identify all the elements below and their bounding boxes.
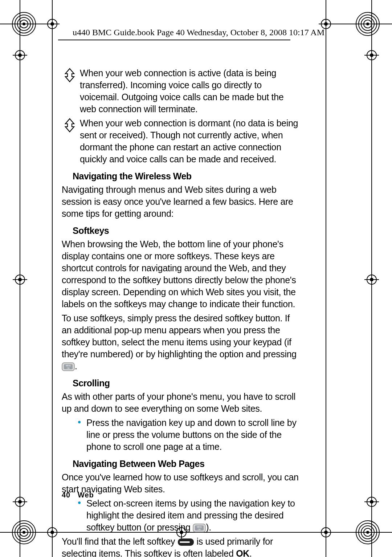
menu-ok-key-icon: MENUOK xyxy=(62,362,75,371)
para-navpages: Once you've learned how to use softkeys … xyxy=(62,471,301,495)
para-left-softkey-ok: OK xyxy=(236,548,249,557)
svg-point-35 xyxy=(370,53,373,57)
crop-line xyxy=(371,508,372,557)
menu-ok-key-icon: MENUOK xyxy=(193,523,206,532)
crop-line xyxy=(20,508,20,557)
para-softkeys-2b: . xyxy=(75,361,77,371)
bullet-navpages-1: • Select on-screen items by using the na… xyxy=(62,497,301,533)
bullet-dot-icon: • xyxy=(78,498,85,507)
crop-line xyxy=(20,285,20,496)
crop-line xyxy=(52,0,53,18)
svg-point-47 xyxy=(18,500,22,504)
crop-line xyxy=(331,24,392,24)
header-rule xyxy=(58,40,290,40)
svg-rect-73 xyxy=(180,541,190,543)
crop-target-icon xyxy=(13,272,27,287)
crop-line xyxy=(52,30,53,526)
svg-point-31 xyxy=(18,53,22,57)
svg-point-63 xyxy=(324,530,328,534)
svg-point-51 xyxy=(370,500,373,504)
svg-text:MENU: MENU xyxy=(197,526,202,528)
para-softkeys-2a: To use softkeys, simply press the desire… xyxy=(62,313,297,359)
bullet-navpages-1-text: Select on-screen items by using the navi… xyxy=(86,497,301,533)
para-scrolling: As with other parts of your phone's menu… xyxy=(62,391,301,415)
left-softkey-icon xyxy=(177,537,194,545)
crop-line xyxy=(326,0,326,18)
svg-text:OK: OK xyxy=(198,528,201,530)
crop-line xyxy=(52,538,53,557)
document-page: u440 BMC Guide.book Page 40 Wednesday, O… xyxy=(0,0,392,557)
bullet-navpages-1a: Select on-screen items by using the navi… xyxy=(86,498,295,532)
crop-line xyxy=(0,24,47,24)
para-softkeys-2: To use softkeys, simply press the desire… xyxy=(62,312,301,372)
status-dormant-text: When your web connection is dormant (no … xyxy=(80,117,301,165)
crop-line xyxy=(371,285,372,496)
heading-softkeys: Softkeys xyxy=(73,225,301,236)
svg-point-39 xyxy=(18,278,22,281)
status-row-active: When your web connection is active (data… xyxy=(62,67,301,115)
crop-target-icon xyxy=(45,17,60,31)
para-left-softkey-a: You'll find that the left softkey xyxy=(62,536,177,546)
crop-line xyxy=(20,0,20,51)
para-softkeys-1: When browsing the Web, the bottom line o… xyxy=(62,238,301,310)
crop-line xyxy=(0,532,47,533)
svg-text:OK: OK xyxy=(67,367,70,369)
section-name: Web xyxy=(78,491,94,499)
crop-target-icon xyxy=(364,272,379,287)
bullet-scrolling: • Press the navigation key up and down t… xyxy=(62,417,301,453)
crop-line xyxy=(326,538,326,557)
bullet-navpages-1b: ). xyxy=(206,522,211,532)
svg-point-55 xyxy=(50,530,54,534)
header-running-title: u440 BMC Guide.book Page 40 Wednesday, O… xyxy=(73,28,324,37)
svg-text:MENU: MENU xyxy=(66,365,71,367)
svg-point-23 xyxy=(50,22,54,26)
crop-line xyxy=(371,60,372,275)
heading-navigating-between-pages: Navigating Between Web Pages xyxy=(73,459,301,469)
status-row-dormant: When your web connection is dormant (no … xyxy=(62,117,301,165)
crop-line xyxy=(20,60,20,275)
crop-target-icon xyxy=(13,495,27,509)
page-number: 40 xyxy=(62,491,70,499)
bullet-scrolling-text: Press the navigation key up and down to … xyxy=(86,417,301,453)
crop-target-icon xyxy=(364,495,379,509)
heading-scrolling: Scrolling xyxy=(73,378,301,389)
content-column: When your web connection is active (data… xyxy=(62,67,301,557)
svg-point-43 xyxy=(370,278,373,281)
crop-line xyxy=(326,30,326,526)
para-left-softkey: You'll find that the left softkey is use… xyxy=(62,536,301,557)
para-navigating-wireless-web: Navigating through menus and Web sites d… xyxy=(62,184,301,220)
crop-line xyxy=(331,532,392,533)
arrow-dormant-icon xyxy=(62,117,78,133)
crop-line xyxy=(371,0,372,51)
para-left-softkey-c: . xyxy=(249,548,252,557)
status-active-text: When your web connection is active (data… xyxy=(80,67,301,115)
bullet-dot-icon: • xyxy=(78,418,85,426)
page-footer: 40 Web xyxy=(62,491,94,499)
heading-navigating-wireless-web: Navigating the Wireless Web xyxy=(73,171,301,182)
svg-point-27 xyxy=(324,22,328,26)
arrow-active-icon xyxy=(62,67,78,83)
